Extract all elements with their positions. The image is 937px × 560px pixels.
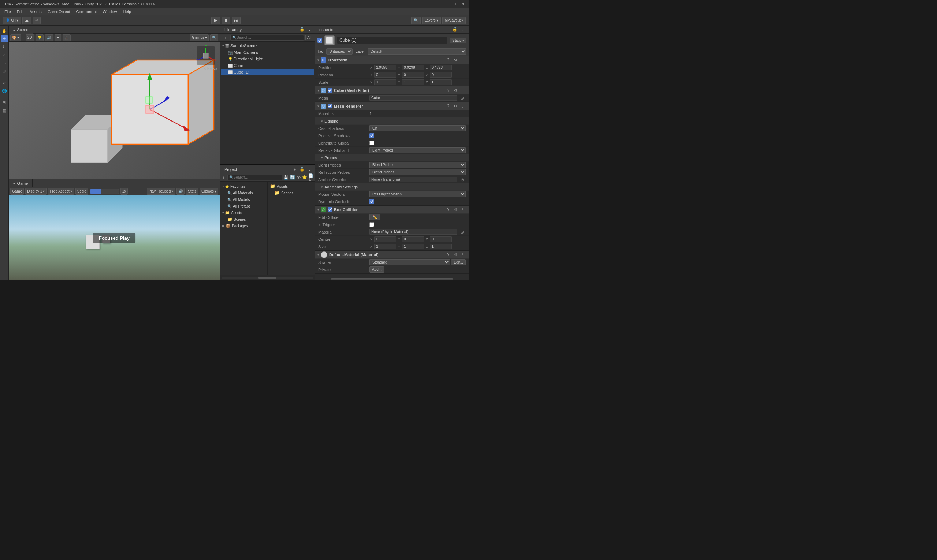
edit-collider-btn[interactable]: ✏️	[370, 214, 381, 220]
transform-help-btn[interactable]: ?	[444, 56, 452, 64]
display-btn[interactable]: Display 1 ▾	[25, 188, 46, 195]
aspect-btn[interactable]: Free Aspect ▾	[48, 188, 74, 195]
minimize-btn[interactable]: ─	[442, 1, 448, 7]
shader-select[interactable]: Standard	[370, 259, 450, 265]
layers-btn[interactable]: Layers ▾	[422, 17, 441, 24]
scene-camera-btn[interactable]: 🎥	[63, 34, 71, 41]
2d-btn[interactable]: 2D	[26, 34, 34, 41]
search-btn[interactable]: 🔍	[411, 17, 421, 24]
menu-gameobject[interactable]: GameObject	[45, 9, 73, 15]
material-more-btn[interactable]: ⋮	[459, 251, 467, 258]
grid-tool[interactable]: ▦	[1, 107, 8, 114]
rotation-x-input[interactable]	[374, 72, 396, 78]
material-pick-btn[interactable]: ◎	[458, 228, 466, 236]
scene-gizmo[interactable]: Y X Z	[195, 45, 217, 67]
project-tab[interactable]: Project	[222, 165, 240, 174]
menu-file[interactable]: File	[2, 9, 14, 15]
box-collider-more-btn[interactable]: ⋮	[459, 206, 467, 213]
game-tab[interactable]: ≡ Game	[9, 179, 32, 188]
scale-x-input[interactable]	[374, 79, 396, 85]
pause-btn[interactable]: ⏸	[222, 17, 230, 24]
game-viewport[interactable]: Focused Play	[9, 195, 220, 280]
box-collider-enable-checkbox[interactable]	[328, 207, 333, 212]
hierarchy-search-input[interactable]	[237, 35, 302, 40]
mesh-filter-enable-checkbox[interactable]	[328, 88, 333, 92]
assets-file-item[interactable]: 📁 Assets	[269, 183, 313, 189]
all-materials-item[interactable]: 🔍 All Materials	[222, 189, 266, 196]
motion-vectors-select[interactable]: Per Object Motion	[370, 191, 466, 197]
rotate-tool[interactable]: ↻	[1, 43, 8, 51]
hierarchy-more-btn[interactable]: ⋮	[306, 26, 313, 33]
center-z-input[interactable]	[430, 237, 452, 242]
mute-btn[interactable]: 🔊	[176, 188, 185, 195]
mesh-filter-settings-btn[interactable]: ⚙	[452, 87, 459, 94]
material-settings-btn[interactable]: ⚙	[452, 251, 459, 258]
transform-more-btn[interactable]: ⋮	[459, 56, 467, 64]
mesh-filter-more-btn[interactable]: ⋮	[459, 87, 467, 94]
lighting-btn[interactable]: 💡	[35, 34, 43, 41]
mesh-renderer-settings-btn[interactable]: ⚙	[452, 103, 459, 110]
material-header[interactable]: ▾ Default-Material (Material) ? ⚙ ⋮	[315, 251, 468, 259]
fx-btn[interactable]: ✦	[55, 34, 61, 41]
add-material-btn[interactable]: Add...	[370, 266, 384, 273]
shader-edit-btn[interactable]: Edit...	[451, 259, 466, 265]
hierarchy-cube-item[interactable]: ⬜ Cube	[221, 62, 314, 69]
hierarchy-tab[interactable]: Hierarchy	[222, 26, 245, 34]
project-search-input[interactable]	[234, 175, 280, 179]
favorites-group[interactable]: ▾ ⭐ Favorites	[222, 183, 266, 189]
project-refresh-btn[interactable]: 🔄	[290, 174, 295, 181]
move-tool[interactable]: ✛	[1, 35, 8, 43]
scene-more-btn[interactable]: ⋮	[213, 26, 220, 33]
project-lock-btn[interactable]: 🔓	[298, 166, 306, 173]
box-collider-help-btn[interactable]: ?	[444, 206, 452, 213]
cast-shadows-select[interactable]: On Off Two Sided Shadows Only	[370, 125, 466, 131]
project-scrollbar[interactable]	[220, 275, 314, 280]
play-focused-btn[interactable]: Play Focused ▾	[147, 188, 176, 195]
project-eye-btn[interactable]: 👁	[297, 174, 301, 181]
additional-settings-header[interactable]: ▾ Additional Settings	[315, 183, 468, 191]
tag-select[interactable]: Untagged	[326, 48, 353, 55]
pivot-tool[interactable]: ⊕	[1, 79, 8, 86]
position-z-input[interactable]	[430, 65, 452, 70]
mesh-renderer-header[interactable]: ▾ ⬡ Mesh Renderer ? ⚙ ⋮	[315, 102, 468, 110]
packages-group[interactable]: ▶ 📦 Packages	[222, 223, 266, 229]
scale-tool[interactable]: ⤢	[1, 51, 8, 58]
layer-select[interactable]: Default	[368, 48, 467, 55]
rect-tool[interactable]: ▭	[1, 59, 8, 67]
object-active-checkbox[interactable]	[317, 38, 322, 43]
hand-tool[interactable]: ✋	[1, 27, 8, 34]
lighting-section-header[interactable]: ▾ Lighting	[315, 117, 468, 125]
scenes-file-item[interactable]: 📁 Scenes	[269, 189, 313, 196]
reflection-probes-select[interactable]: Blend Probes	[370, 169, 466, 175]
menu-help[interactable]: Help	[120, 9, 134, 15]
position-x-input[interactable]	[374, 65, 396, 70]
rotation-y-input[interactable]	[402, 72, 424, 78]
transform-header[interactable]: ▾ ⊞ Transform ? ⚙ ⋮	[315, 56, 468, 64]
scene-viewport[interactable]: Y X Z < Persp	[9, 42, 220, 178]
layout-btn[interactable]: MyLayout ▾	[442, 17, 466, 24]
add-component-btn[interactable]: Add Component	[331, 278, 454, 280]
project-star-btn[interactable]: ⭐	[302, 174, 307, 181]
anchor-override-input[interactable]	[370, 177, 457, 182]
project-save-btn[interactable]: 💾	[284, 174, 288, 181]
gizmos-btn[interactable]: Gizmos ▾	[190, 34, 209, 41]
center-y-input[interactable]	[402, 237, 424, 242]
menu-edit[interactable]: Edit	[14, 9, 27, 15]
contribute-global-checkbox[interactable]	[370, 140, 374, 145]
box-collider-header[interactable]: ▾ ⬡ Box Collider ? ⚙ ⋮	[315, 206, 468, 214]
mesh-input[interactable]	[370, 95, 457, 101]
step-btn[interactable]: ⏭	[232, 17, 240, 24]
receive-shadows-checkbox[interactable]	[370, 133, 374, 138]
object-name-input[interactable]	[337, 37, 447, 44]
transform-settings-btn[interactable]: ⚙	[452, 56, 459, 64]
menu-component[interactable]: Component	[73, 9, 100, 15]
transform-tool[interactable]: ⊞	[1, 67, 8, 75]
is-trigger-checkbox[interactable]	[370, 222, 374, 227]
project-add-btn[interactable]: +	[291, 166, 298, 173]
dynamic-occlusion-checkbox[interactable]	[370, 199, 374, 204]
shading-mode-btn[interactable]: 🎨 ▾	[10, 34, 21, 41]
material-help-btn[interactable]: ?	[444, 251, 452, 258]
mesh-filter-header[interactable]: ▾ ⬡ Cube (Mesh Filter) ? ⚙ ⋮	[315, 86, 468, 94]
undo-btn[interactable]: ↩	[32, 17, 41, 24]
inspector-lock-btn[interactable]: 🔓	[451, 26, 458, 33]
